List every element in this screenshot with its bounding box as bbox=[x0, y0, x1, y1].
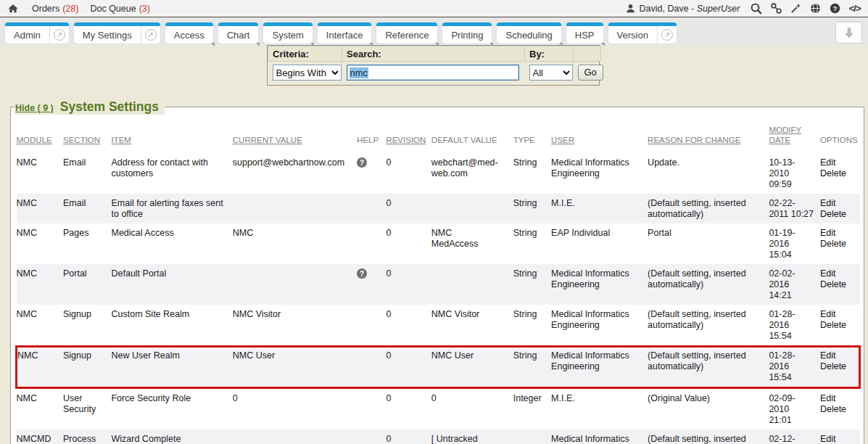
cell-modify-date: 02-09-201021:01 bbox=[769, 387, 820, 429]
column-header-section[interactable]: SECTION bbox=[63, 116, 112, 153]
cell-options: EditDelete bbox=[820, 305, 860, 347]
tab-launch-button[interactable]: ↗ bbox=[657, 26, 677, 44]
cell-default-value: [ UntrackedSetting ] bbox=[431, 429, 513, 444]
delete-link[interactable]: Delete bbox=[820, 320, 854, 331]
tab-launch-button[interactable]: ↗ bbox=[49, 26, 69, 44]
cell-default-value: 0 bbox=[431, 387, 513, 429]
tab-chart[interactable]: Chart bbox=[218, 22, 259, 44]
search-input[interactable]: nmc bbox=[347, 65, 519, 81]
go-button[interactable]: Go bbox=[578, 65, 603, 81]
wand-icon[interactable] bbox=[790, 2, 802, 15]
cell-help bbox=[357, 305, 386, 347]
cell-item: Address for contact with customers bbox=[111, 153, 232, 194]
search-input-value: nmc bbox=[350, 67, 369, 78]
criteria-select[interactable]: Begins With bbox=[273, 65, 342, 81]
cell-current-value: NMC Visitor bbox=[233, 305, 357, 347]
edit-link[interactable]: Edit bbox=[820, 268, 854, 279]
cell-user: Medical Informatics Engineering bbox=[551, 346, 648, 387]
edit-link[interactable]: Edit bbox=[820, 393, 854, 404]
cell-revision: 0 bbox=[386, 305, 431, 347]
cell-type: String bbox=[513, 305, 551, 347]
cell-options: EditDelete bbox=[820, 429, 860, 444]
cell-type: String bbox=[513, 346, 551, 387]
cell-user: Medical Informatics Engineering bbox=[551, 153, 648, 194]
nav-orders[interactable]: Orders (28) bbox=[32, 4, 78, 14]
delete-link[interactable]: Delete bbox=[820, 361, 853, 372]
tab-label: Scheduling bbox=[497, 30, 561, 41]
column-header-module[interactable]: MODULE bbox=[17, 116, 63, 153]
cell-item: Wizard Complete bbox=[111, 429, 232, 444]
by-select[interactable]: All bbox=[529, 65, 573, 81]
search-label: Search: bbox=[342, 46, 525, 62]
cell-options: EditDelete bbox=[820, 387, 860, 429]
column-header-reason-for-change[interactable]: REASON FOR CHANGE bbox=[648, 116, 769, 153]
column-header-user[interactable]: USER bbox=[551, 116, 648, 153]
delete-link[interactable]: Delete bbox=[820, 404, 854, 415]
delete-link[interactable]: Delete bbox=[820, 209, 854, 220]
edit-link[interactable]: Edit bbox=[820, 228, 854, 239]
home-button[interactable] bbox=[7, 3, 19, 15]
cell-user: Medical Informatics Engineering bbox=[551, 264, 648, 305]
edit-link[interactable]: Edit bbox=[820, 350, 853, 361]
hide-toggle-link[interactable]: Hide ( 9 ) bbox=[15, 103, 54, 113]
edit-link[interactable]: Edit bbox=[820, 198, 854, 209]
tab-launch-button[interactable]: ↗ bbox=[141, 26, 160, 44]
tab-interface[interactable]: Interface bbox=[318, 22, 372, 44]
tab-reference[interactable]: Reference bbox=[376, 22, 437, 44]
cell-reason: (Default setting, inserted automatically… bbox=[648, 429, 769, 444]
column-header-options: OPTIONS bbox=[820, 116, 860, 153]
table-row: NMCSignupNew User RealmNMC User0NMC User… bbox=[17, 346, 860, 387]
help-icon[interactable] bbox=[357, 157, 367, 168]
delete-link[interactable]: Delete bbox=[820, 239, 854, 250]
cell-modify-date: 01-28-201615:54 bbox=[769, 346, 820, 387]
cell-reason: (Default setting, inserted automatically… bbox=[648, 194, 769, 223]
tab-access[interactable]: Access bbox=[165, 22, 213, 44]
cell-section: Pages bbox=[63, 223, 112, 264]
nav-doc-queue-count: (3) bbox=[139, 4, 150, 14]
help-icon[interactable]: ? bbox=[829, 2, 841, 15]
tab-hsp[interactable]: HSP bbox=[566, 22, 603, 44]
tab-label: Access bbox=[165, 30, 213, 41]
cell-item: New User Realm bbox=[111, 346, 232, 387]
column-header-modify-date[interactable]: MODIFY DATE bbox=[769, 116, 820, 153]
code-icon[interactable]: </> bbox=[848, 3, 861, 14]
cell-reason: (Default setting, inserted automatically… bbox=[648, 264, 769, 305]
cell-revision: 0 bbox=[386, 429, 431, 444]
settings-legend: Hide ( 9 ) System Settings bbox=[15, 99, 165, 115]
page-title: System Settings bbox=[60, 99, 159, 115]
cell-reason: Portal bbox=[648, 223, 769, 264]
settings-table: MODULESECTIONITEMCURRENT VALUEHELPREVISI… bbox=[15, 116, 861, 444]
tab-version[interactable]: Version↗ bbox=[608, 22, 677, 44]
edit-link[interactable]: Edit bbox=[820, 434, 854, 444]
cell-revision: 0 bbox=[386, 387, 431, 429]
edit-link[interactable]: Edit bbox=[820, 157, 854, 168]
cell-type: String bbox=[513, 223, 551, 264]
tab-my-settings[interactable]: My Settings↗ bbox=[74, 22, 160, 44]
cell-default-value bbox=[431, 194, 513, 223]
cell-help bbox=[357, 153, 386, 194]
tab-admin[interactable]: Admin↗ bbox=[5, 22, 69, 44]
column-header-revision[interactable]: REVISION bbox=[386, 116, 431, 153]
help-icon[interactable] bbox=[357, 268, 367, 279]
column-header-item[interactable]: ITEM bbox=[111, 116, 232, 153]
cell-help bbox=[357, 346, 386, 387]
topbar-right: David, Dave - SuperUser ? </> bbox=[625, 2, 861, 15]
column-header-help: HELP bbox=[357, 116, 386, 153]
cell-module: NMC bbox=[17, 153, 63, 194]
cell-current-value bbox=[233, 429, 357, 444]
tab-scheduling[interactable]: Scheduling bbox=[497, 22, 561, 44]
tab-system[interactable]: System bbox=[263, 22, 312, 44]
edit-link[interactable]: Edit bbox=[820, 309, 854, 320]
delete-link[interactable]: Delete bbox=[820, 279, 854, 290]
nav-doc-queue[interactable]: Doc Queue (3) bbox=[90, 4, 150, 14]
cell-item: Medical Access bbox=[111, 223, 232, 264]
globe-icon[interactable] bbox=[809, 2, 822, 15]
tab-printing[interactable]: Printing bbox=[442, 22, 492, 44]
delete-link[interactable]: Delete bbox=[820, 168, 854, 179]
column-header-current-value[interactable]: CURRENT VALUE bbox=[233, 116, 357, 153]
link-icon[interactable] bbox=[770, 2, 782, 15]
search-icon[interactable] bbox=[750, 2, 763, 15]
scroll-down-button[interactable] bbox=[835, 22, 862, 44]
cell-help bbox=[357, 264, 386, 305]
cell-type: String bbox=[513, 153, 551, 194]
